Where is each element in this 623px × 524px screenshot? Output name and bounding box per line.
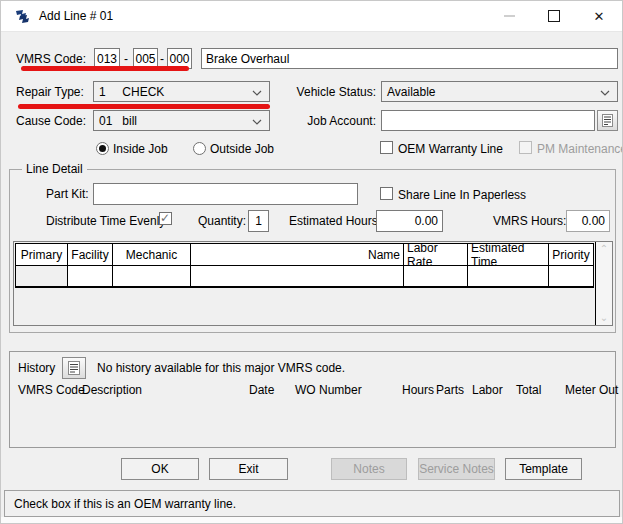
cause-code-value: 01 bill bbox=[99, 114, 137, 128]
template-button[interactable]: Template bbox=[505, 458, 582, 480]
column-header-facility: Facility bbox=[68, 244, 113, 265]
table-cell[interactable] bbox=[113, 266, 191, 286]
pm-maintenance-label: PM Maintenance bbox=[537, 142, 623, 156]
history-col-vmrs-code: VMRS Code bbox=[18, 383, 85, 397]
share-line-checkbox[interactable] bbox=[380, 187, 393, 200]
history-label: History bbox=[18, 361, 55, 375]
mechanics-table: Primary Facility Mechanic Name Labor Rat… bbox=[13, 241, 613, 326]
vmrs-code-label: VMRS Code: bbox=[16, 52, 86, 66]
window-bottom-strip bbox=[1, 517, 622, 524]
column-header-estimated-time: Estimated Time bbox=[468, 244, 549, 265]
history-panel: History No history available for this ma… bbox=[9, 351, 616, 448]
scroll-down-icon[interactable]: ⌄ bbox=[600, 311, 608, 325]
vmrs-separator-2: - bbox=[160, 52, 164, 66]
distribute-time-checkbox[interactable] bbox=[159, 212, 172, 225]
minimize-icon bbox=[504, 15, 515, 17]
table-cell[interactable] bbox=[68, 266, 113, 286]
table-row[interactable] bbox=[15, 266, 594, 288]
history-col-description: Description bbox=[82, 383, 142, 397]
ok-button[interactable]: OK bbox=[121, 458, 199, 480]
share-line-label: Share Line In Paperless bbox=[398, 188, 526, 202]
status-bar: Check box if this is an OEM warranty lin… bbox=[4, 490, 620, 517]
cause-code-label: Cause Code: bbox=[16, 114, 86, 128]
table-cell[interactable] bbox=[16, 266, 68, 286]
line-detail-title: Line Detail bbox=[22, 162, 87, 176]
vehicle-status-label: Vehicle Status: bbox=[296, 85, 376, 99]
outside-job-radio[interactable] bbox=[193, 142, 206, 155]
quantity-label: Quantity: bbox=[198, 214, 246, 228]
repair-type-label: Repair Type: bbox=[16, 85, 84, 99]
job-account-lookup-button[interactable] bbox=[597, 110, 618, 131]
annotation-underline-repair-type bbox=[18, 104, 270, 109]
outside-job-label: Outside Job bbox=[210, 142, 274, 156]
history-col-wo-number: WO Number bbox=[295, 383, 362, 397]
mechanics-table-header: Primary Facility Mechanic Name Labor Rat… bbox=[15, 243, 594, 266]
history-col-total: Total bbox=[516, 383, 541, 397]
maximize-button[interactable] bbox=[534, 1, 574, 31]
service-notes-button: Service Notes bbox=[418, 458, 495, 480]
column-header-name: Name bbox=[191, 244, 404, 265]
inside-job-radio[interactable] bbox=[96, 142, 109, 155]
pm-maintenance-checkbox bbox=[519, 141, 532, 154]
vmrs-hours-label: VMRS Hours: bbox=[493, 214, 566, 228]
minimize-button bbox=[489, 1, 529, 31]
repair-type-value: 1 CHECK bbox=[99, 85, 164, 99]
exit-button[interactable]: Exit bbox=[209, 458, 288, 480]
close-icon: ✕ bbox=[594, 10, 605, 23]
maximize-icon bbox=[548, 10, 560, 22]
document-icon bbox=[68, 361, 80, 375]
history-message: No history available for this major VMRS… bbox=[97, 361, 345, 375]
chevron-down-icon bbox=[252, 119, 262, 125]
history-col-meter-out: Meter Out bbox=[565, 383, 618, 397]
history-col-labor: Labor bbox=[472, 383, 503, 397]
table-scrollbar[interactable]: ⌃ ⌄ bbox=[595, 242, 612, 325]
column-header-priority: Priority bbox=[549, 244, 594, 265]
status-text: Check box if this is an OEM warranty lin… bbox=[14, 497, 236, 511]
close-button[interactable]: ✕ bbox=[579, 1, 619, 31]
chevron-down-icon bbox=[600, 90, 610, 96]
app-icon bbox=[14, 8, 31, 25]
annotation-underline-vmrs bbox=[21, 66, 189, 71]
column-header-primary: Primary bbox=[16, 244, 68, 265]
estimated-hours-label: Estimated Hours: bbox=[289, 214, 381, 228]
inside-job-label: Inside Job bbox=[113, 142, 168, 156]
table-cell[interactable] bbox=[549, 266, 594, 286]
history-col-date: Date bbox=[249, 383, 274, 397]
title-bar[interactable]: Add Line # 01 ✕ bbox=[1, 1, 622, 32]
distribute-time-label: Distribute Time Evenly bbox=[46, 214, 165, 228]
column-header-labor-rate: Labor Rate bbox=[404, 244, 468, 265]
scroll-up-icon[interactable]: ⌃ bbox=[600, 242, 608, 256]
history-col-parts: Parts bbox=[436, 383, 464, 397]
part-kit-input[interactable] bbox=[93, 183, 358, 205]
cause-code-dropdown[interactable]: 01 bill bbox=[93, 110, 270, 131]
vehicle-status-dropdown[interactable]: Available bbox=[381, 81, 618, 102]
estimated-hours-input[interactable] bbox=[376, 210, 443, 232]
repair-type-dropdown[interactable]: 1 CHECK bbox=[93, 81, 270, 102]
oem-warranty-checkbox[interactable] bbox=[380, 141, 393, 154]
job-account-input[interactable] bbox=[381, 110, 595, 131]
job-account-label: Job Account: bbox=[296, 114, 376, 128]
table-cell[interactable] bbox=[468, 266, 549, 286]
table-cell[interactable] bbox=[404, 266, 468, 286]
history-col-hours: Hours bbox=[402, 383, 434, 397]
column-header-mechanic: Mechanic bbox=[113, 244, 191, 265]
notes-button: Notes bbox=[331, 458, 407, 480]
vmrs-separator-1: - bbox=[124, 52, 128, 66]
oem-warranty-label: OEM Warranty Line bbox=[398, 142, 503, 156]
vmrs-hours-input bbox=[566, 210, 610, 232]
quantity-input[interactable] bbox=[248, 210, 269, 232]
vehicle-status-value: Available bbox=[387, 85, 435, 99]
chevron-down-icon bbox=[252, 90, 262, 96]
table-cell[interactable] bbox=[191, 266, 404, 286]
document-icon bbox=[602, 114, 613, 127]
vmrs-description-input[interactable] bbox=[201, 48, 618, 69]
history-button[interactable] bbox=[62, 357, 86, 379]
window-title: Add Line # 01 bbox=[39, 1, 113, 31]
part-kit-label: Part Kit: bbox=[46, 187, 89, 201]
add-line-dialog: Add Line # 01 ✕ VMRS Code: - - Repair Ty… bbox=[0, 0, 623, 524]
